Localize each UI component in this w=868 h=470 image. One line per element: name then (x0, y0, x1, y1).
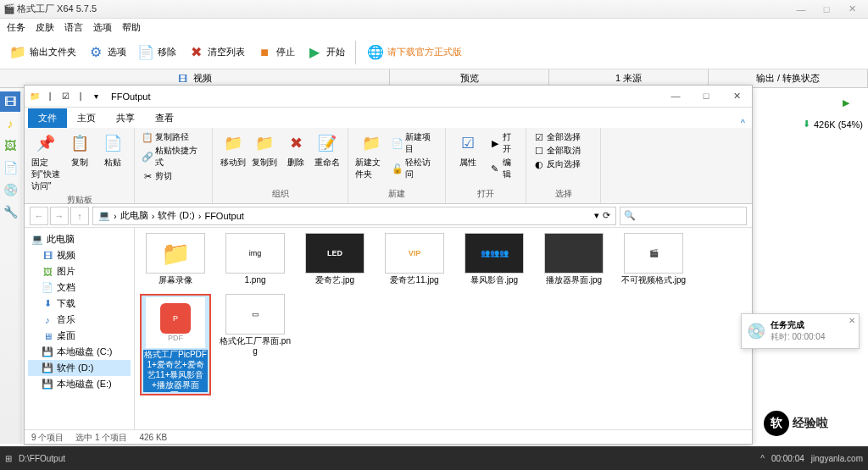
ribbon-tab-home[interactable]: 主页 (67, 108, 106, 128)
move-to-button[interactable]: 📁移动到 (220, 131, 246, 169)
qa-down-icon[interactable]: ▾ (89, 90, 103, 103)
close-button[interactable]: ✕ (839, 3, 865, 14)
notif-time: 耗时: 00:00:04 (771, 331, 825, 343)
cut-button[interactable]: ✂剪切 (142, 170, 205, 182)
nav-documents[interactable]: 📄文档 (28, 279, 131, 296)
file-item[interactable]: LED爱奇艺.jpg (299, 233, 370, 285)
maximize-button[interactable]: □ (814, 4, 839, 14)
options-button[interactable]: ⚙选项 (83, 41, 130, 64)
app-title: 格式工厂 X64 5.7.5 (17, 3, 788, 15)
format-sidebar: 🎞 ♪ 🖼 📄 💿 🔧 (0, 88, 22, 444)
nav-locale[interactable]: 💾本地磁盘 (E:) (28, 376, 131, 392)
globe-icon: 🌐 (366, 43, 385, 62)
nav-music[interactable]: ♪音乐 (28, 312, 131, 328)
properties-button[interactable]: ☑属性 (453, 131, 484, 169)
exp-close[interactable]: ✕ (721, 91, 752, 102)
download-status: ⬇ 426K (54%) (803, 119, 863, 130)
sidebar-video-icon[interactable]: 🎞 (0, 91, 20, 112)
nav-localc[interactable]: 💾本地磁盘 (C:) (28, 344, 131, 360)
newfolder-icon: 📁 (359, 131, 383, 155)
new-folder-button[interactable]: 📁新建文件夹 (355, 131, 387, 180)
refresh-icon[interactable]: ⟳ (603, 210, 610, 221)
file-item[interactable]: 播放器界面.jpg (538, 233, 609, 285)
file-item[interactable]: 📁屏幕录像 (140, 233, 211, 285)
menu-help[interactable]: 帮助 (122, 21, 141, 34)
taskbar-start[interactable]: ⊞ (5, 454, 12, 463)
file-item[interactable]: VIP爱奇艺11.jpg (379, 233, 450, 285)
panel-play-icon[interactable]: ▶ (843, 97, 860, 114)
rename-icon: 📝 (315, 131, 339, 155)
output-folder-button[interactable]: 📁输出文件夹 (5, 41, 80, 64)
file-item[interactable]: 👥👥👥暴风影音.jpg (459, 233, 530, 285)
ribbon-collapse[interactable]: ^ (734, 118, 752, 128)
select-all-button[interactable]: ☑全部选择 (533, 131, 593, 143)
nav-downloads[interactable]: ⬇下载 (28, 296, 131, 312)
sidebar-disc-icon[interactable]: 💿 (0, 180, 20, 200)
nav-back-button[interactable]: ← (30, 207, 48, 225)
nav-videos[interactable]: 🎞视频 (28, 247, 131, 263)
address-bar[interactable]: 💻 ›此电脑 ›软件 (D:) ›FFOutput ▾⟳ (92, 207, 616, 225)
properties-icon: ☑ (456, 131, 480, 155)
main-titlebar: 🎬 格式工厂 X64 5.7.5 — □ ✕ (0, 0, 868, 19)
main-toolbar: 📁输出文件夹 ⚙选项 📄移除 ✖清空列表 ■停止 ▶开始 🌐请下载官方正式版 (0, 36, 868, 69)
nav-pane: 💻此电脑 🎞视频 🖼图片 📄文档 ⬇下载 ♪音乐 🖥桌面 💾本地磁盘 (C:) … (25, 228, 135, 429)
sidebar-doc-icon[interactable]: 📄 (0, 158, 20, 178)
nav-forward-button[interactable]: → (50, 207, 69, 225)
nav-thispc[interactable]: 💻此电脑 (28, 231, 131, 247)
qa-check-icon[interactable]: ☑ (58, 90, 72, 103)
delete-button[interactable]: ✖删除 (283, 131, 309, 169)
start-button[interactable]: ▶开始 (302, 41, 348, 64)
menu-skin[interactable]: 皮肤 (36, 21, 54, 34)
sidebar-tool-icon[interactable]: 🔧 (0, 202, 20, 222)
pc-icon: 💻 (98, 210, 110, 221)
sidebar-audio-icon[interactable]: ♪ (0, 113, 20, 134)
disc-icon: 💿 (747, 322, 765, 340)
ribbon-tab-view[interactable]: 查看 (145, 108, 184, 128)
menu-options[interactable]: 选项 (93, 21, 112, 34)
ribbon-tab-share[interactable]: 共享 (106, 108, 145, 128)
nav-softd[interactable]: 💾软件 (D:) (28, 360, 131, 376)
folder-icon: 📁 (8, 43, 27, 62)
folder-icon: 📁 (28, 90, 42, 103)
easy-access-button[interactable]: 🔓轻松访问 (392, 157, 438, 180)
search-input[interactable]: 🔍 (620, 207, 747, 225)
menu-lang[interactable]: 语言 (64, 21, 83, 34)
stop-button[interactable]: ■停止 (252, 41, 298, 64)
nav-pictures[interactable]: 🖼图片 (28, 263, 131, 279)
open-btn[interactable]: ▶打开 (489, 131, 519, 155)
file-item[interactable]: 🎬不可视频格式.jpg (618, 233, 689, 285)
paste-shortcut-button[interactable]: 🔗粘贴快捷方式 (142, 145, 205, 169)
exp-minimize[interactable]: — (660, 91, 691, 102)
ribbon-tab-file[interactable]: 文件 (28, 108, 67, 128)
invert-button[interactable]: ◐反向选择 (533, 158, 593, 170)
new-item-button[interactable]: 📄新建项目 (392, 131, 438, 155)
file-item[interactable]: ▭格式化工厂界面.png (220, 294, 291, 395)
menu-task[interactable]: 任务 (7, 21, 25, 34)
remove-button[interactable]: 📄移除 (133, 41, 180, 64)
pin-button[interactable]: 📌固定到"快速访问" (31, 131, 60, 192)
file-list: 📁屏幕录像 img1.png LED爱奇艺.jpg VIP爱奇艺11.jpg 👥… (135, 228, 752, 429)
paste-button[interactable]: 📄粘贴 (98, 131, 127, 169)
delete-icon: ✖ (284, 131, 308, 155)
gear-icon: ⚙ (86, 43, 105, 62)
file-item-selected[interactable]: PPDF格式工厂PicPDF1+爱奇艺+爱奇艺11+暴风影音+播放器界面+不..… (140, 294, 211, 395)
minimize-button[interactable]: — (788, 4, 814, 14)
tray-up-icon[interactable]: ^ (760, 454, 765, 463)
copy-path-button[interactable]: 📋复制路径 (142, 131, 205, 143)
copy-to-button[interactable]: 📁复制到 (251, 131, 277, 169)
select-none-button[interactable]: ☐全部取消 (533, 145, 593, 157)
dropdown-icon[interactable]: ▾ (594, 210, 599, 221)
clear-list-button[interactable]: ✖清空列表 (183, 41, 248, 64)
nav-up-button[interactable]: ↑ (70, 207, 89, 225)
copy-button[interactable]: 📋复制 (65, 131, 94, 169)
sidebar-image-icon[interactable]: 🖼 (0, 135, 20, 156)
exp-maximize[interactable]: □ (691, 91, 721, 102)
nav-desktop[interactable]: 🖥桌面 (28, 328, 131, 344)
rename-button[interactable]: 📝重命名 (314, 131, 341, 169)
download-link[interactable]: 🌐请下载官方正式版 (363, 41, 465, 64)
notif-close-icon[interactable]: ✕ (849, 316, 855, 325)
qa-divider2: | (74, 90, 87, 103)
edit-btn[interactable]: ✎编辑 (489, 157, 519, 180)
file-item[interactable]: img1.png (220, 233, 291, 285)
taskbar-path[interactable]: D:\FFOutput (19, 454, 65, 463)
